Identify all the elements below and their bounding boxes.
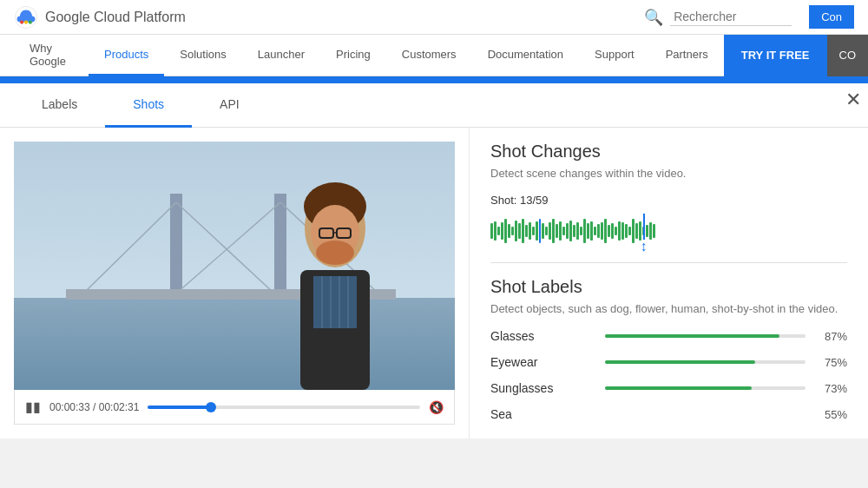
tab-labels[interactable]: Labels [14, 83, 105, 128]
close-button[interactable]: ✕ [845, 90, 861, 109]
svg-point-2 [24, 20, 28, 23]
nav-item-customers[interactable]: Customers [386, 35, 472, 76]
mute-button[interactable]: 🔇 [429, 400, 444, 414]
progress-thumb [206, 402, 216, 412]
label-name-eyewear: Eyewear [490, 355, 595, 369]
shot-info: Shot: 13/59 [490, 194, 847, 207]
label-name-glasses: Glasses [490, 329, 595, 343]
modal-container: ✕ Labels Shots API [0, 83, 868, 439]
shot-divider [490, 262, 847, 263]
right-panel: Shot Changes Detect scene changes within… [469, 128, 868, 439]
search-input[interactable] [670, 8, 792, 26]
label-pct-sunglasses: 73% [816, 382, 847, 395]
tab-api[interactable]: API [192, 83, 267, 128]
video-panel: ▮▮ 00:00:33 / 00:02:31 🔇 [0, 128, 469, 439]
video-controls: ▮▮ 00:00:33 / 00:02:31 🔇 [14, 390, 455, 425]
tab-shots[interactable]: Shots [105, 83, 192, 128]
video-scene [14, 142, 455, 390]
progress-fill [148, 406, 210, 409]
label-bar-wrap-sunglasses [605, 386, 806, 390]
nav-bar: Why Google Products Solutions Launcher P… [0, 35, 868, 76]
search-area: 🔍 Con [644, 5, 854, 29]
label-name-sea: Sea [490, 407, 595, 421]
label-row-glasses: Glasses 87% [490, 329, 847, 343]
nav-item-documentation[interactable]: Documentation [472, 35, 579, 76]
shot-labels-title: Shot Labels [490, 277, 847, 297]
nav-item-products[interactable]: Products [89, 35, 164, 76]
logo-area: Google Cloud Platform [14, 5, 186, 30]
google-cloud-icon [14, 5, 38, 30]
svg-rect-6 [170, 194, 182, 298]
connect-button[interactable]: Con [809, 5, 854, 29]
label-name-sunglasses: Sunglasses [490, 381, 595, 395]
shot-timeline: ↕ [490, 214, 847, 248]
nav-item-pricing[interactable]: Pricing [320, 35, 386, 76]
search-icon[interactable]: 🔍 [644, 8, 663, 27]
svg-rect-5 [14, 298, 455, 390]
co-button[interactable]: CO [827, 35, 869, 76]
label-pct-glasses: 87% [816, 330, 847, 343]
label-bar-wrap-eyewear [605, 360, 806, 364]
nav-item-support[interactable]: Support [579, 35, 650, 76]
label-bar-sunglasses [605, 386, 752, 390]
shot-labels-desc: Detect objects, such as dog, flower, hum… [490, 302, 847, 315]
timeline-bars [490, 219, 847, 243]
tabs: Labels Shots API [0, 83, 868, 128]
shot-changes-title: Shot Changes [490, 142, 847, 162]
video-wrapper [14, 142, 455, 390]
content-area: ▮▮ 00:00:33 / 00:02:31 🔇 Shot Changes De… [0, 128, 868, 439]
try-free-button[interactable]: TRY IT FREE [724, 35, 827, 76]
svg-rect-21 [313, 276, 357, 328]
svg-rect-7 [274, 194, 286, 298]
svg-point-3 [29, 20, 32, 23]
logo-text: Google Cloud Platform [45, 10, 186, 25]
label-pct-eyewear: 75% [816, 356, 847, 369]
label-row-sea: Sea 55% [490, 407, 847, 421]
pause-button[interactable]: ▮▮ [25, 399, 41, 415]
time-display: 00:00:33 / 00:02:31 [49, 401, 139, 413]
nav-item-why-google[interactable]: Why Google [14, 35, 89, 76]
label-pct-sea: 55% [816, 408, 847, 421]
nav-item-partners[interactable]: Partners [650, 35, 724, 76]
nav-item-launcher[interactable]: Launcher [242, 35, 320, 76]
shot-changes-desc: Detect scene changes within the video. [490, 167, 847, 180]
label-bar-glasses [605, 334, 779, 338]
svg-point-19 [316, 241, 354, 265]
nav-item-solutions[interactable]: Solutions [164, 35, 241, 76]
svg-point-1 [20, 20, 23, 23]
timeline-cursor: ↕ [641, 214, 648, 254]
label-row-eyewear: Eyewear 75% [490, 355, 847, 369]
label-bar-wrap-glasses [605, 334, 806, 338]
top-bar: Google Cloud Platform 🔍 Con [0, 0, 868, 35]
progress-bar[interactable] [148, 406, 420, 409]
blue-banner [0, 76, 868, 83]
label-bar-eyewear [605, 360, 755, 364]
label-row-sunglasses: Sunglasses 73% [490, 381, 847, 395]
